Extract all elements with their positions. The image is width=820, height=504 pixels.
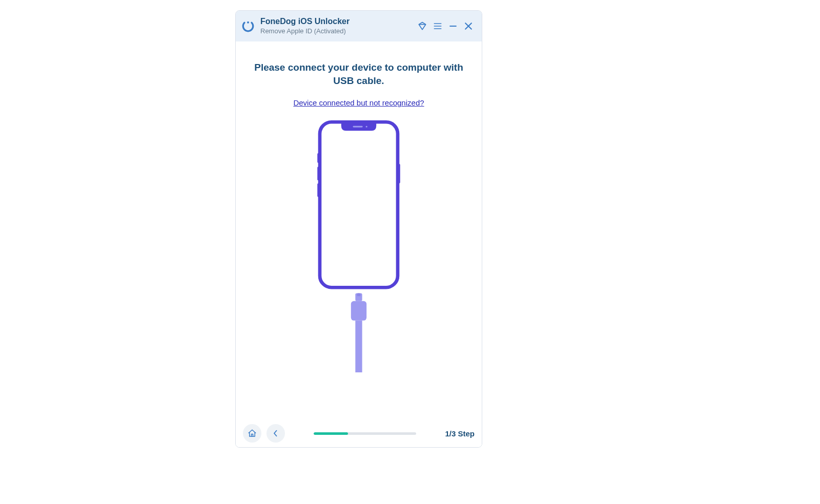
title-bar: FoneDog iOS Unlocker Remove Apple ID (Ac…	[236, 11, 482, 41]
progress-fill	[314, 432, 348, 435]
progress-bar	[314, 432, 416, 435]
step-indicator: 1/3 Step	[445, 429, 475, 438]
title-text-group: FoneDog iOS Unlocker Remove Apple ID (Ac…	[260, 17, 416, 35]
app-logo-icon	[241, 19, 255, 33]
minimize-icon[interactable]	[447, 20, 459, 32]
svg-rect-16	[357, 293, 361, 297]
close-icon[interactable]	[462, 20, 475, 32]
home-button[interactable]	[243, 424, 261, 443]
phone-usb-illustration	[249, 119, 468, 372]
menu-icon[interactable]	[432, 20, 444, 32]
svg-rect-13	[317, 183, 320, 197]
app-window: FoneDog iOS Unlocker Remove Apple ID (Ac…	[235, 10, 482, 448]
back-button[interactable]	[266, 424, 285, 443]
svg-rect-12	[317, 167, 320, 181]
progress-wrap	[290, 432, 440, 435]
diamond-icon[interactable]	[416, 20, 428, 32]
instruction-text: Please connect your device to computer w…	[251, 61, 466, 87]
svg-rect-17	[351, 301, 366, 321]
svg-rect-9	[353, 126, 363, 128]
svg-rect-8	[320, 122, 398, 287]
home-icon	[248, 429, 257, 438]
svg-point-10	[366, 126, 367, 128]
help-link[interactable]: Device connected but not recognized?	[293, 98, 424, 107]
svg-point-1	[247, 22, 249, 24]
svg-rect-11	[317, 153, 320, 163]
footer-bar: 1/3 Step	[236, 419, 482, 447]
main-content: Please connect your device to computer w…	[236, 41, 482, 419]
window-controls	[416, 20, 475, 32]
svg-rect-18	[355, 321, 362, 372]
chevron-left-icon	[271, 429, 280, 438]
app-title: FoneDog iOS Unlocker	[260, 17, 416, 26]
app-subtitle: Remove Apple ID (Activated)	[260, 28, 416, 35]
svg-rect-14	[398, 164, 400, 183]
